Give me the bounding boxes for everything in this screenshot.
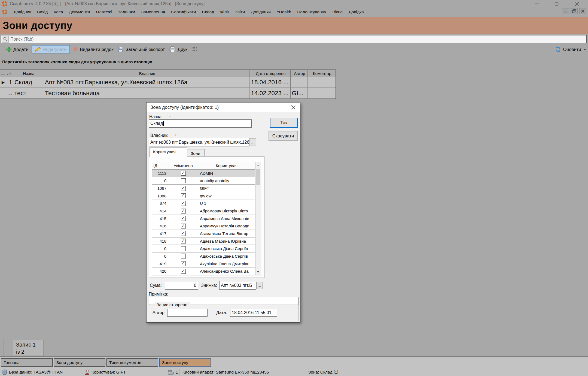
enabled-checkbox[interactable] bbox=[181, 209, 186, 213]
menu-item[interactable]: Вихід bbox=[34, 8, 51, 16]
zone-dialog: Зона доступу (ідентифікатор: 1) Назва:* … bbox=[146, 102, 300, 323]
menu-item[interactable]: Налаштування bbox=[294, 8, 329, 16]
user-row[interactable]: 418 Адаєва Марина Юріївна bbox=[152, 237, 261, 245]
user-row[interactable]: 419 Акулініна Олена Дмитрівн bbox=[152, 260, 261, 268]
user-name-cell: Авраімова Анна Миколаїв bbox=[198, 215, 255, 222]
table-row[interactable]: ▶ 1 Склад Апт №003 пгт.Барышевка, ул.Кие… bbox=[0, 77, 336, 88]
column-header-owner[interactable]: Власник bbox=[43, 70, 249, 77]
menu-item[interactable]: Довідка bbox=[346, 8, 367, 16]
users-scrollbar[interactable]: ▲ ▼ bbox=[255, 162, 261, 275]
tab-users[interactable]: Користувачі bbox=[150, 148, 187, 157]
user-row[interactable]: 416 Аврамчук Наталія Володи bbox=[152, 222, 261, 230]
menu-item[interactable]: Замовлення bbox=[138, 8, 168, 16]
menu-item[interactable]: Довідник bbox=[11, 8, 34, 16]
user-row[interactable]: 374 U 1 bbox=[152, 200, 261, 207]
enabled-checkbox[interactable] bbox=[181, 224, 186, 228]
user-row[interactable]: 0 Адаховська Діана Сергіїв bbox=[152, 245, 261, 252]
column-header-created[interactable]: Дата створення bbox=[249, 70, 291, 77]
enabled-checkbox[interactable] bbox=[181, 201, 186, 206]
add-button[interactable]: Додати bbox=[4, 46, 31, 53]
user-row[interactable]: 1088 qw qw bbox=[152, 192, 261, 200]
enabled-checkbox[interactable] bbox=[181, 246, 186, 251]
close-icon[interactable] bbox=[572, 0, 583, 7]
search-icon[interactable] bbox=[2, 36, 9, 43]
menu-item[interactable]: Документи bbox=[66, 8, 93, 16]
bottom-tab[interactable]: Головна bbox=[1, 358, 53, 367]
user-row[interactable]: 0 anatoliy anatoliy bbox=[152, 177, 261, 185]
sum-field[interactable]: 0 bbox=[165, 281, 198, 290]
menu-item[interactable]: Залишки bbox=[115, 8, 138, 16]
export-button[interactable]: Загальний експорт bbox=[115, 45, 167, 53]
comment-cell bbox=[307, 88, 336, 98]
users-column-enabled[interactable]: Увімкнено bbox=[168, 162, 198, 169]
enabled-checkbox[interactable] bbox=[181, 239, 186, 243]
search-input[interactable]: Поиск (Tab) bbox=[1, 35, 587, 43]
menu-item[interactable]: Вікна bbox=[329, 8, 346, 16]
name-field[interactable]: Склад bbox=[149, 119, 252, 128]
menu-item[interactable]: Платежі bbox=[93, 8, 115, 16]
ok-button[interactable]: Так bbox=[270, 118, 298, 128]
user-row[interactable]: 417 Агамалієва Тетяна Віктор bbox=[152, 230, 261, 237]
mdi-close-icon[interactable] bbox=[579, 8, 586, 14]
enabled-checkbox[interactable] bbox=[181, 216, 186, 221]
edit-button[interactable]: Редагувати bbox=[32, 45, 69, 53]
author-field[interactable] bbox=[167, 309, 208, 317]
enabled-checkbox[interactable] bbox=[181, 171, 186, 176]
discount-field[interactable]: Апт №003 пгт.Б bbox=[219, 281, 256, 290]
discount-browse-button[interactable]: ... bbox=[256, 282, 263, 289]
date-field[interactable]: 18.04.2016 11:55:01 bbox=[230, 309, 277, 317]
user-name-cell: ADMIN bbox=[198, 170, 255, 177]
user-id-cell: 417 bbox=[152, 230, 168, 237]
scroll-up-icon[interactable]: ▲ bbox=[255, 162, 261, 169]
menu-item[interactable]: Сертифікати bbox=[168, 8, 199, 16]
print-button[interactable]: Друк bbox=[167, 45, 190, 53]
refresh-dropdown-icon[interactable]: ▾ bbox=[584, 47, 586, 52]
enabled-checkbox[interactable] bbox=[181, 193, 186, 198]
dialog-close-icon[interactable] bbox=[289, 104, 297, 111]
tab-zones[interactable]: Зони bbox=[187, 149, 205, 157]
menu-item[interactable]: Довідники bbox=[248, 8, 274, 16]
menu-item[interactable]: Склад bbox=[199, 8, 217, 16]
enabled-checkbox[interactable] bbox=[181, 178, 186, 183]
menu-item[interactable]: eHealth bbox=[274, 8, 294, 16]
owner-field[interactable]: Апт №003 пгт.Барышевка, ул.Киевский шлях… bbox=[149, 138, 249, 146]
cancel-button[interactable]: Скасувати bbox=[269, 131, 298, 141]
bottom-tab[interactable]: Зони доступу bbox=[159, 358, 211, 367]
users-column-id[interactable]: ІД bbox=[152, 162, 168, 169]
enabled-checkbox[interactable] bbox=[181, 269, 186, 274]
enabled-checkbox[interactable] bbox=[181, 186, 186, 191]
mdi-minimize-icon[interactable] bbox=[562, 8, 569, 14]
column-header-comment[interactable]: Коментар bbox=[307, 70, 336, 77]
indicator-column-header[interactable] bbox=[0, 70, 6, 77]
mdi-restore-icon[interactable] bbox=[571, 8, 578, 14]
enabled-checkbox[interactable] bbox=[181, 231, 186, 236]
delete-x-icon: ✖ bbox=[73, 46, 78, 53]
user-row[interactable]: 0 Адаховська Діана Сергіїв bbox=[152, 252, 261, 260]
restore-icon[interactable] bbox=[552, 0, 562, 7]
table-row[interactable]: ... тест Тестовая больница 14.02.2023 ..… bbox=[0, 88, 336, 99]
bottom-tab[interactable]: Зони доступу bbox=[54, 358, 105, 367]
user-row[interactable]: 414 Абрамович Вікторія Вікто bbox=[152, 207, 261, 215]
menu-item[interactable]: Каса bbox=[51, 8, 66, 16]
enabled-checkbox[interactable] bbox=[181, 261, 186, 266]
menu-item[interactable]: Філії bbox=[217, 8, 232, 16]
sort-column-header[interactable]: .△ bbox=[6, 70, 13, 77]
refresh-button[interactable]: Оновити ▾ bbox=[555, 44, 586, 55]
column-header-author[interactable]: Автор bbox=[291, 70, 307, 77]
owner-browse-button[interactable]: ... bbox=[249, 139, 256, 146]
scrollbar-thumb[interactable] bbox=[256, 169, 260, 185]
toolbar-grip[interactable] bbox=[1, 45, 2, 53]
user-row[interactable]: 1113 ADMIN bbox=[152, 170, 261, 177]
menu-item[interactable]: Звіти bbox=[232, 8, 248, 16]
user-row[interactable]: 420 Александренко Олена Ва bbox=[152, 267, 261, 275]
users-column-user[interactable]: Користувач bbox=[198, 162, 255, 169]
column-header-name[interactable]: Назва bbox=[13, 70, 43, 77]
delete-row-button[interactable]: ✖ Видалити рядок bbox=[71, 45, 116, 54]
scroll-down-icon[interactable]: ▼ bbox=[255, 269, 261, 275]
columns-icon[interactable] bbox=[190, 45, 200, 53]
bottom-tab[interactable]: Типи документів bbox=[106, 358, 158, 367]
user-row[interactable]: 415 Авраімова Анна Миколаїв bbox=[152, 215, 261, 222]
enabled-checkbox[interactable] bbox=[181, 254, 186, 258]
user-row[interactable]: 1067 GIFT bbox=[152, 185, 261, 192]
minimize-icon[interactable] bbox=[531, 0, 542, 7]
